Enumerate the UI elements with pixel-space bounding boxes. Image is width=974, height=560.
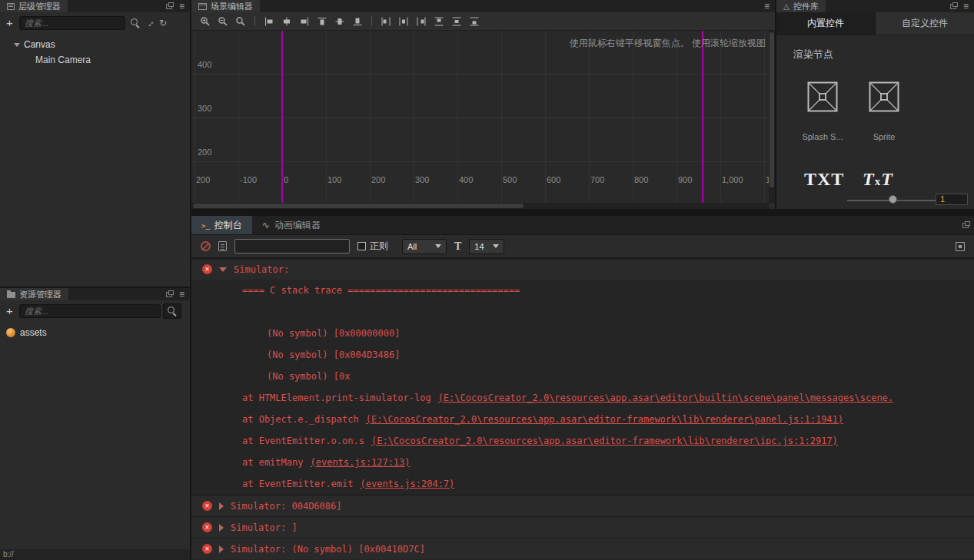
tree-node-main-camera[interactable]: Main Camera — [0, 52, 190, 68]
library-tabs: 内置控件 自定义控件 — [776, 12, 974, 35]
search-button[interactable] — [163, 303, 181, 319]
distribute-top-icon[interactable] — [433, 15, 445, 28]
tree-node-canvas[interactable]: Canvas — [0, 37, 190, 52]
scene-titlebar: 场景编辑器 — [191, 0, 775, 12]
panel-menu-icon[interactable] — [764, 1, 770, 12]
expand-collapse-icon[interactable]: ↔ — [144, 16, 157, 29]
log-filter-input[interactable] — [234, 239, 350, 253]
label-control[interactable]: TXT — [804, 169, 844, 190]
console-error-entry[interactable]: ×Simulator: (No symbol) [0x00410D7C] — [191, 538, 974, 559]
source-link[interactable]: (events.js:204:7) — [361, 479, 455, 489]
source-link[interactable]: (E:\CocosCreator_2.0\resources\app.asar\… — [366, 414, 843, 425]
canvas-border-guide-left — [281, 31, 283, 203]
font-size-icon — [454, 240, 461, 253]
scene-viewport[interactable]: 使用鼠标右键平移视窗焦点。 使用滚轮缩放视图 400300200 200-100… — [191, 31, 775, 209]
regex-label: 正则 — [370, 240, 388, 253]
hierarchy-search-input[interactable] — [19, 16, 125, 30]
tile-label-splash: Splash S... — [798, 132, 847, 141]
stack-frame-text: (No symbol) [0x — [267, 371, 350, 382]
align-right-icon[interactable] — [298, 15, 311, 28]
distribute-h-center-icon[interactable] — [397, 15, 410, 28]
vertical-scrollbar[interactable] — [769, 31, 775, 203]
regex-checkbox[interactable] — [357, 242, 366, 250]
hierarchy-panel: 层级管理器 + ↔ ↻ Canvas Main Camera — [0, 0, 190, 287]
tab-builtin-controls[interactable]: 内置控件 — [776, 12, 876, 35]
node-label: Main Camera — [35, 55, 91, 65]
collapse-arrow-icon[interactable] — [14, 43, 20, 47]
toolbar-separator — [371, 16, 372, 26]
sprite-control[interactable] — [867, 80, 901, 114]
font-size-select[interactable]: 14 — [469, 239, 504, 254]
splash-sprite-control[interactable] — [806, 80, 839, 114]
console-error-entry[interactable]: ×Simulator: 004D6086] — [191, 495, 974, 516]
viewport-hint-text: 使用鼠标右键平移视窗焦点。 使用滚轮缩放视图 — [570, 37, 766, 50]
ruler-x-label: -100 — [240, 175, 257, 184]
ruler-x-label: 700 — [590, 175, 604, 184]
ruler-x-label: 1,000 — [722, 175, 743, 184]
expand-arrow-icon[interactable] — [219, 502, 224, 510]
collapse-log-icon[interactable] — [218, 241, 227, 251]
distribute-left-icon[interactable] — [380, 15, 392, 28]
search-icon[interactable] — [130, 18, 141, 28]
stack-frame-text: at EventEmitter.emit — [242, 479, 354, 489]
source-link[interactable]: (E:\CocosCreator_2.0\resources\app.asar\… — [438, 393, 893, 403]
popout-icon[interactable] — [962, 223, 969, 228]
richtext-letter: x — [875, 175, 882, 187]
assets-search-input[interactable] — [19, 304, 161, 318]
console-toolbar: 正则 All 14 — [191, 235, 974, 258]
zoom-value-field[interactable]: 1 — [936, 194, 968, 205]
library-title-tab[interactable]: 控件库 — [776, 0, 826, 12]
distribute-v-center-icon[interactable] — [450, 15, 463, 28]
add-node-button[interactable]: + — [5, 17, 15, 28]
expand-arrow-icon[interactable] — [219, 545, 224, 553]
tab-console[interactable]: 控制台 — [191, 216, 252, 234]
stack-frame: at EventEmitter.emit(events.js:204:7) — [191, 473, 974, 495]
zoom-out-icon[interactable] — [217, 15, 229, 28]
align-bottom-icon[interactable] — [351, 15, 364, 28]
source-link[interactable]: (events.js:127:13) — [310, 457, 410, 468]
stack-frame-text: at emitMany — [242, 457, 303, 468]
panel-menu-icon[interactable] — [963, 1, 969, 12]
error-icon: × — [202, 544, 212, 554]
popout-icon[interactable] — [166, 292, 172, 297]
popout-icon[interactable] — [166, 4, 172, 9]
scrollbar-thumb[interactable] — [770, 32, 774, 187]
tab-custom-controls[interactable]: 自定义控件 — [876, 12, 974, 35]
tab-animation-editor[interactable]: 动画编辑器 — [252, 216, 331, 234]
library-title: 控件库 — [793, 1, 819, 12]
align-h-center-icon[interactable] — [281, 15, 293, 28]
zoom-reset-icon[interactable] — [234, 15, 247, 28]
stack-frame: at HTMLElement.print-simulator-log(E:\Co… — [191, 387, 974, 409]
add-asset-button[interactable]: + — [5, 305, 15, 316]
ruler-x-label: 200 — [196, 175, 210, 184]
align-v-center-icon[interactable] — [334, 15, 346, 28]
slider-thumb[interactable] — [889, 195, 897, 204]
clear-log-icon[interactable] — [201, 241, 211, 251]
refresh-icon[interactable]: ↻ — [159, 18, 167, 28]
open-log-file-icon[interactable] — [956, 242, 965, 251]
panel-menu-icon[interactable] — [179, 1, 184, 12]
expand-arrow-icon[interactable] — [219, 524, 224, 532]
console-error-entry[interactable]: ×Simulator: — [191, 258, 974, 280]
source-link[interactable]: (E:\CocosCreator_2.0\resources\app.asar\… — [371, 436, 838, 446]
log-level-select[interactable]: All — [402, 239, 447, 254]
collapse-arrow-icon[interactable] — [219, 267, 227, 272]
align-left-icon[interactable] — [263, 15, 275, 28]
distribute-right-icon[interactable] — [415, 15, 427, 28]
zoom-in-icon[interactable] — [199, 15, 211, 28]
scene-title-tab[interactable]: 场景编辑器 — [191, 0, 260, 12]
hierarchy-title-tab[interactable]: 层级管理器 — [0, 0, 68, 12]
align-top-icon[interactable] — [316, 15, 328, 28]
distribute-bottom-icon[interactable] — [468, 15, 480, 28]
console-error-entry[interactable]: ×Simulator: ] — [191, 516, 974, 538]
asset-item-assets[interactable]: assets — [0, 325, 190, 340]
chevron-down-icon — [435, 244, 441, 248]
popout-icon[interactable] — [950, 4, 956, 9]
assets-title-tab[interactable]: 资源管理器 — [0, 288, 68, 300]
horizontal-scrollbar[interactable] — [191, 203, 769, 209]
richtext-control[interactable]: TxT — [863, 169, 893, 190]
stack-frame-text: (No symbol) [0x004D3486] — [267, 350, 400, 360]
scrollbar-thumb[interactable] — [193, 204, 524, 208]
panel-menu-icon[interactable] — [179, 289, 184, 300]
log-message: Simulator: (No symbol) [0x00410D7C] — [231, 538, 425, 560]
